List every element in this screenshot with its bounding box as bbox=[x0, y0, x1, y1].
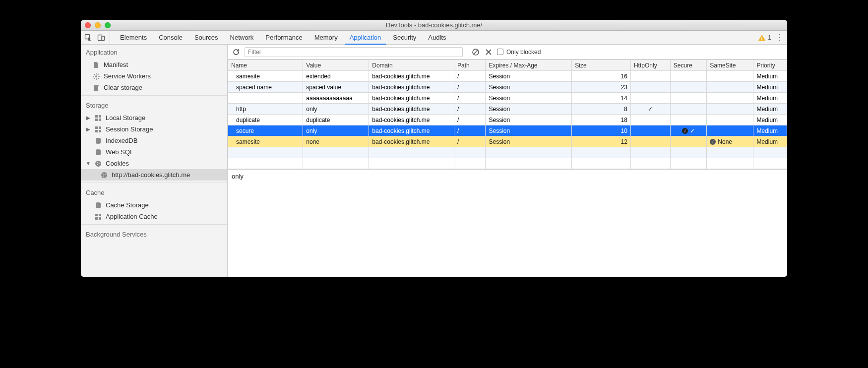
close-window-button[interactable] bbox=[85, 22, 91, 28]
svg-point-27 bbox=[97, 162, 98, 163]
cell: secure bbox=[228, 125, 303, 136]
tab-sources[interactable]: Sources bbox=[188, 31, 224, 44]
only-blocked-label: Only blocked bbox=[506, 49, 541, 56]
col-domain[interactable]: Domain bbox=[369, 60, 454, 71]
table-row[interactable]: aaaaaaaaaaaaaabad-cookies.glitch.me/Sess… bbox=[228, 93, 787, 104]
cell bbox=[707, 115, 753, 125]
tab-console[interactable]: Console bbox=[153, 31, 188, 44]
col-expires[interactable]: Expires / Max-Age bbox=[486, 60, 572, 71]
sidebar-item-application-cache[interactable]: ▶ Application Cache bbox=[81, 211, 227, 222]
svg-line-12 bbox=[98, 74, 99, 75]
device-toolbar-icon[interactable] bbox=[97, 33, 106, 42]
svg-line-40 bbox=[474, 50, 478, 54]
svg-rect-16 bbox=[95, 115, 98, 118]
sidebar-item-cookies[interactable]: ▼ Cookies bbox=[81, 158, 227, 169]
col-httponly[interactable]: HttpOnly bbox=[630, 60, 670, 71]
tab-audits[interactable]: Audits bbox=[422, 31, 452, 44]
cell bbox=[707, 104, 753, 115]
delete-selected-icon[interactable] bbox=[484, 48, 493, 57]
table-row[interactable]: spaced namespaced valuebad-cookies.glitc… bbox=[228, 82, 787, 93]
cell bbox=[670, 71, 707, 82]
zoom-window-button[interactable] bbox=[105, 22, 111, 28]
cell: bad-cookies.glitch.me bbox=[369, 82, 454, 93]
chevron-right-icon[interactable]: ▶ bbox=[86, 126, 91, 132]
sidebar-cookie-origin[interactable]: http://bad-cookies.glitch.me bbox=[81, 169, 227, 181]
table-row[interactable]: httponlybad-cookies.glitch.me/Session8✓M… bbox=[228, 104, 787, 115]
svg-line-13 bbox=[94, 78, 95, 79]
chevron-down-icon[interactable]: ▼ bbox=[86, 161, 91, 166]
sidebar-item-local-storage[interactable]: ▶ Local Storage bbox=[81, 112, 227, 123]
col-priority[interactable]: Priority bbox=[753, 60, 787, 71]
clear-all-icon[interactable] bbox=[471, 48, 480, 57]
svg-rect-23 bbox=[99, 130, 101, 132]
svg-point-33 bbox=[103, 176, 104, 177]
cell: / bbox=[454, 125, 486, 136]
sidebar-item-indexeddb[interactable]: ▶ IndexedDB bbox=[81, 135, 227, 146]
col-name[interactable]: Name bbox=[228, 60, 303, 71]
more-options-icon[interactable]: ⋮ bbox=[775, 33, 784, 42]
sidebar-item-web-sql[interactable]: ▶ Web SQL bbox=[81, 146, 227, 158]
tab-elements[interactable]: Elements bbox=[114, 31, 153, 44]
divider bbox=[81, 224, 227, 225]
only-blocked-input[interactable] bbox=[497, 49, 503, 55]
sidebar-item-label: Session Storage bbox=[106, 125, 153, 133]
cell bbox=[670, 136, 707, 147]
sidebar-item-session-storage[interactable]: ▶ Session Storage bbox=[81, 123, 227, 135]
chevron-right-icon[interactable]: ▶ bbox=[86, 115, 91, 121]
cell: 14 bbox=[572, 93, 631, 104]
warnings-indicator[interactable]: 1 bbox=[758, 34, 771, 42]
cell: 23 bbox=[572, 82, 631, 93]
table-row[interactable]: duplicateduplicatebad-cookies.glitch.me/… bbox=[228, 115, 787, 125]
cell: Medium bbox=[753, 125, 787, 136]
database-icon bbox=[95, 137, 102, 144]
cell: none bbox=[303, 136, 369, 147]
inspect-element-icon[interactable] bbox=[84, 33, 93, 42]
table-row[interactable]: samesiteextendedbad-cookies.glitch.me/Se… bbox=[228, 71, 787, 82]
col-value[interactable]: Value bbox=[303, 60, 369, 71]
cell bbox=[707, 71, 753, 82]
filter-input[interactable] bbox=[245, 47, 463, 57]
sidebar-item-service-workers[interactable]: Service Workers bbox=[81, 70, 227, 82]
cell: Medium bbox=[753, 93, 787, 104]
cell: only bbox=[303, 104, 369, 115]
refresh-icon[interactable] bbox=[232, 48, 241, 57]
info-icon: i bbox=[682, 128, 688, 134]
tab-security[interactable]: Security bbox=[387, 31, 422, 44]
sidebar-item-clear-storage[interactable]: Clear storage bbox=[81, 82, 227, 93]
svg-rect-15 bbox=[94, 85, 99, 86]
col-size[interactable]: Size bbox=[572, 60, 631, 71]
cell: Session bbox=[486, 136, 572, 147]
svg-point-26 bbox=[95, 161, 101, 167]
col-secure[interactable]: Secure bbox=[670, 60, 707, 71]
sidebar-item-manifest[interactable]: Manifest bbox=[81, 59, 227, 70]
tab-performance[interactable]: Performance bbox=[259, 31, 308, 44]
cell: spaced name bbox=[228, 82, 303, 93]
sidebar-section-background: Background Services bbox=[81, 227, 227, 241]
table-row[interactable]: secureonlybad-cookies.glitch.me/Session1… bbox=[228, 125, 787, 136]
cell: i✓ bbox=[670, 125, 707, 136]
sidebar-item-cache-storage[interactable]: ▶ Cache Storage bbox=[81, 199, 227, 211]
tab-application[interactable]: Application bbox=[344, 31, 387, 44]
sidebar-section-cache: Cache bbox=[81, 185, 227, 199]
svg-rect-37 bbox=[95, 217, 98, 220]
sidebar-item-label: Web SQL bbox=[106, 148, 133, 156]
cookies-table[interactable]: Name Value Domain Path Expires / Max-Age… bbox=[228, 60, 787, 169]
table-row[interactable]: samesitenonebad-cookies.glitch.me/Sessio… bbox=[228, 136, 787, 147]
svg-rect-38 bbox=[99, 217, 101, 220]
col-path[interactable]: Path bbox=[454, 60, 486, 71]
cell: / bbox=[454, 93, 486, 104]
cell: / bbox=[454, 71, 486, 82]
cell: bad-cookies.glitch.me bbox=[369, 125, 454, 136]
database-icon bbox=[95, 202, 102, 209]
minimize-window-button[interactable] bbox=[95, 22, 101, 28]
col-samesite[interactable]: SameSite bbox=[707, 60, 753, 71]
cell bbox=[630, 93, 670, 104]
svg-rect-1 bbox=[98, 35, 102, 40]
warning-icon bbox=[758, 34, 766, 42]
tab-memory[interactable]: Memory bbox=[309, 31, 344, 44]
trash-icon bbox=[93, 84, 100, 91]
application-sidebar: Application Manifest Service Workers Cle… bbox=[81, 45, 228, 277]
document-icon bbox=[93, 61, 100, 68]
only-blocked-checkbox[interactable]: Only blocked bbox=[497, 49, 541, 56]
tab-network[interactable]: Network bbox=[224, 31, 260, 44]
